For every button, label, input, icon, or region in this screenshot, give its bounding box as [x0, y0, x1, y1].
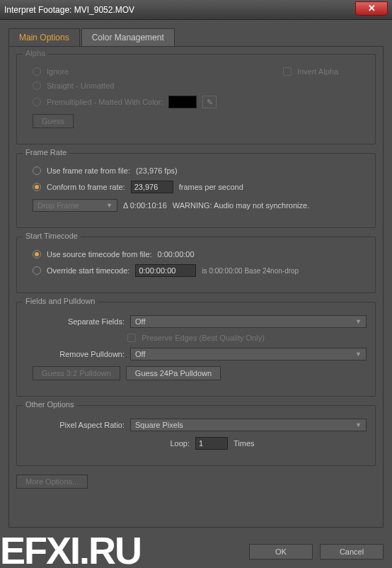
radio-ignore [33, 67, 41, 76]
select-separate-fields[interactable]: Off ▼ [130, 315, 367, 328]
chevron-down-icon: ▼ [355, 318, 362, 325]
delta-value: Δ 0:00:10:16 [123, 201, 167, 210]
label-preserve-edges: Preserve Edges (Best Quality Only) [142, 334, 265, 342]
chevron-down-icon: ▼ [355, 351, 362, 358]
radio-straight [33, 81, 41, 90]
label-ignore: Ignore [47, 67, 69, 76]
label-premultiplied: Premultiplied - Matted With Color: [47, 98, 163, 106]
warning-text: WARNING: Audio may not synchronize. [173, 201, 309, 210]
label-fps: frames per second [179, 183, 243, 191]
label-conform-fps: Conform to frame rate: [47, 183, 125, 191]
label-loop: Loop: [25, 439, 190, 448]
label-override-timecode: Override start timecode: [47, 266, 129, 275]
radio-override-timecode[interactable] [33, 266, 41, 275]
tab-bar: Main Options Color Management [8, 28, 384, 46]
dialog-body: Main Options Color Management Alpha Igno… [0, 20, 392, 568]
label-use-file-fps: Use frame rate from file: [47, 166, 130, 175]
value-source-timecode: 0:00:00:00 [158, 250, 195, 259]
check-preserve-edges [127, 334, 136, 342]
label-separate-fields: Separate Fields: [25, 317, 125, 326]
watermark: EFXI.RU [0, 533, 141, 568]
select-par-value: Square Pixels [135, 421, 183, 429]
label-remove-pulldown: Remove Pulldown: [25, 350, 125, 358]
color-swatch [168, 96, 197, 108]
input-loop[interactable] [195, 437, 228, 450]
guess-alpha-button: Guess [33, 114, 74, 128]
chevron-down-icon: ▼ [106, 202, 113, 209]
radio-premultiplied [33, 98, 41, 106]
select-separate-fields-value: Off [135, 317, 145, 326]
group-frame-rate: Frame Rate Use frame rate from file: (23… [16, 153, 376, 228]
label-times: Times [234, 439, 255, 448]
radio-use-file-fps[interactable] [33, 166, 41, 175]
tab-panel: Alpha Ignore Invert Alpha Straight - Unm… [8, 46, 384, 528]
guess-32-pulldown-button: Guess 3:2 Pulldown [33, 366, 120, 380]
label-pixel-aspect-ratio: Pixel Aspect Ratio: [25, 421, 125, 429]
label-source-timecode: Use source timecode from file: [47, 250, 152, 259]
group-other-options: Other Options Pixel Aspect Ratio: Square… [16, 405, 376, 466]
group-fields-title: Fields and Pulldown [23, 297, 98, 305]
label-straight: Straight - Unmatted [47, 81, 114, 90]
select-drop-frame-value: Drop Frame [38, 201, 79, 210]
group-frame-rate-title: Frame Rate [23, 148, 69, 157]
group-other-title: Other Options [23, 400, 76, 409]
timecode-info: is 0:00:00:00 Base 24non-drop [202, 267, 299, 275]
group-alpha: Alpha Ignore Invert Alpha Straight - Unm… [16, 54, 376, 144]
radio-source-timecode[interactable] [33, 250, 41, 259]
input-conform-fps[interactable] [131, 181, 173, 193]
guess-24pa-pulldown-button[interactable]: Guess 24Pa Pulldown [126, 366, 221, 380]
group-start-timecode: Start Timecode Use source timecode from … [16, 237, 376, 293]
value-file-fps: (23,976 fps) [136, 166, 178, 175]
check-invert-alpha [283, 67, 292, 76]
close-button[interactable]: ✕ [355, 1, 388, 16]
window-title: Interpret Footage: MVI_9052.MOV [4, 5, 134, 15]
label-invert-alpha: Invert Alpha [297, 67, 338, 76]
tab-main-options[interactable]: Main Options [8, 28, 80, 46]
tab-color-management[interactable]: Color Management [81, 28, 175, 46]
select-remove-pulldown-value: Off [135, 350, 145, 358]
cancel-button[interactable]: Cancel [320, 544, 384, 560]
input-override-timecode[interactable] [135, 264, 196, 277]
select-remove-pulldown[interactable]: Off ▼ [130, 348, 367, 360]
select-drop-frame: Drop Frame ▼ [33, 199, 117, 212]
more-options-button: More Options... [16, 475, 88, 489]
radio-conform-fps[interactable] [33, 183, 41, 191]
group-start-timecode-title: Start Timecode [23, 232, 81, 240]
titlebar: Interpret Footage: MVI_9052.MOV ✕ [0, 0, 392, 20]
chevron-down-icon: ▼ [355, 421, 362, 428]
select-pixel-aspect-ratio[interactable]: Square Pixels ▼ [130, 419, 367, 431]
group-alpha-title: Alpha [23, 49, 48, 57]
eyedropper-icon: ✎ [202, 96, 217, 108]
group-fields-pulldown: Fields and Pulldown Separate Fields: Off… [16, 302, 376, 397]
ok-button[interactable]: OK [249, 544, 313, 560]
